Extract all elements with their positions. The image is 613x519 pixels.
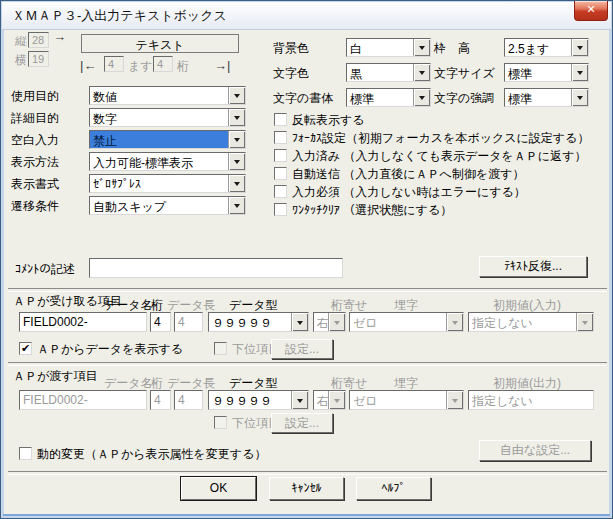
usage-value: 数値 <box>90 87 228 104</box>
dynamic-change-label: 動的変更（ＡＰから表示属性を変更する） <box>37 447 266 461</box>
combo-dropdown-button[interactable] <box>228 175 245 192</box>
combo-dropdown-button <box>446 391 463 409</box>
combo-dropdown-button[interactable] <box>413 64 430 81</box>
display-method-value: 入力可能-標準表示 <box>90 153 228 170</box>
window-frame-accent <box>3 514 610 516</box>
send-section-title: ＡＰが渡す項目 <box>13 369 98 383</box>
receive-digits-field[interactable]: 4 <box>150 312 171 332</box>
combo-dropdown-button <box>446 313 463 331</box>
close-button[interactable]: ✕ <box>574 1 608 21</box>
usage-label: 使用目的 <box>11 89 59 103</box>
combo-dropdown-button[interactable] <box>291 313 308 331</box>
send-fill-value: ゼロ <box>350 391 446 409</box>
combo-dropdown-button[interactable] <box>571 89 588 106</box>
text-size-select[interactable]: 標準 <box>504 63 589 82</box>
text-size-value: 標準 <box>505 64 571 81</box>
left-extent-icon: |← <box>80 58 96 73</box>
separator <box>8 288 607 292</box>
help-button[interactable]: ﾍﾙﾌﾟ <box>356 477 431 500</box>
receive-data-length-field: 4 <box>174 312 203 332</box>
focus-setting-label: ﾌｫｰｶｽ設定（初期フォーカスを本ボックスに設定する） <box>292 131 589 145</box>
ok-button[interactable]: OK <box>181 477 256 500</box>
combo-dropdown-button[interactable] <box>228 131 245 148</box>
transition-select[interactable]: 自動スキップ <box>89 196 246 215</box>
focus-setting-checkbox[interactable] <box>274 131 287 144</box>
chevron-down-icon <box>577 71 583 78</box>
chevron-down-icon <box>234 94 240 101</box>
one-touch-clear-checkbox[interactable] <box>274 203 287 216</box>
emphasis-select[interactable]: 標準 <box>504 88 589 107</box>
display-method-label: 表示方法 <box>11 155 59 169</box>
chevron-down-icon <box>234 182 240 189</box>
send-sub-item-checkbox <box>214 416 227 429</box>
dynamic-change-checkbox[interactable] <box>19 447 32 460</box>
text-color-select[interactable]: 黒 <box>346 63 431 82</box>
close-icon: ✕ <box>586 3 595 15</box>
text-color-label: 文字色 <box>273 66 309 80</box>
send-data-type-select[interactable]: ９９９９９ <box>208 390 309 410</box>
chevron-down-icon <box>334 399 340 406</box>
send-header-digits: 桁 <box>151 376 163 390</box>
input-done-label: 入力済み （入力しなくても表示データをＡＰに返す） <box>292 149 586 163</box>
font-style-select[interactable]: 標準 <box>346 88 431 107</box>
display-format-select[interactable]: ｾﾞﾛｻﾌﾟﾚｽ <box>89 174 246 193</box>
window-title: ＸＭＡＰ３-入出力テキストボックス <box>12 2 227 29</box>
receive-align-value: 右 <box>314 313 328 331</box>
receive-data-type-select[interactable]: ９９９９９ <box>208 312 309 332</box>
combo-dropdown-button <box>576 313 593 331</box>
bg-color-select[interactable]: 白 <box>346 38 431 57</box>
receive-sub-item-checkbox <box>214 342 227 355</box>
chevron-down-icon <box>297 321 303 328</box>
combo-dropdown-button[interactable] <box>228 153 245 170</box>
receive-align-select: 右 <box>313 312 346 332</box>
input-required-label: 入力必須 （入力しない時はエラーにする） <box>292 185 526 199</box>
show-data-checkbox[interactable]: ✔ <box>19 342 32 355</box>
chevron-down-icon <box>419 71 425 78</box>
combo-dropdown-button[interactable] <box>228 87 245 104</box>
reverse-display-checkbox[interactable] <box>274 113 287 126</box>
display-method-select[interactable]: 入力可能-標準表示 <box>89 152 246 171</box>
combo-dropdown-button[interactable] <box>571 39 588 56</box>
chevron-down-icon <box>582 321 588 328</box>
send-data-name-field: FIELD0002- <box>19 390 147 410</box>
chevron-down-icon <box>419 96 425 103</box>
bg-color-value: 白 <box>347 39 413 56</box>
display-format-label: 表示書式 <box>11 177 59 191</box>
receive-fill-select: ゼロ <box>349 312 464 332</box>
cancel-button[interactable]: ｷｬﾝｾﾙ <box>269 477 344 500</box>
font-style-label: 文字の書体 <box>273 91 333 105</box>
combo-dropdown-button[interactable] <box>228 197 245 214</box>
detail-value: 数字 <box>90 109 228 126</box>
title-bar[interactable]: ＸＭＡＰ３-入出力テキストボックス <box>2 2 611 30</box>
frame-height-select[interactable]: 2.5ます <box>504 38 589 57</box>
detail-select[interactable]: 数字 <box>89 108 246 127</box>
send-header-data-length: データ長 <box>167 376 216 390</box>
combo-dropdown-button[interactable] <box>291 391 308 409</box>
input-required-checkbox[interactable] <box>274 185 287 198</box>
frame-height-value: 2.5ます <box>505 39 571 56</box>
blank-input-value: 禁止 <box>90 131 228 148</box>
send-header-align: 桁寄せ <box>331 376 367 390</box>
combo-dropdown-button[interactable] <box>571 64 588 81</box>
transition-value: 自動スキップ <box>90 197 228 214</box>
vertical-label: 縦 <box>15 34 27 48</box>
comment-input[interactable] <box>89 258 343 278</box>
send-fill-select: ゼロ <box>349 390 464 410</box>
chevron-down-icon <box>234 204 240 211</box>
chevron-down-icon <box>452 399 458 406</box>
input-done-checkbox[interactable] <box>274 149 287 162</box>
receive-header-data-name: データ名 <box>104 298 153 312</box>
receive-data-name-field[interactable]: FIELD0002- <box>19 312 147 332</box>
combo-dropdown-button[interactable] <box>413 39 430 56</box>
chevron-down-icon <box>234 160 240 167</box>
chevron-down-icon <box>577 46 583 53</box>
send-data-type-value: ９９９９９ <box>209 391 291 409</box>
auto-send-checkbox[interactable] <box>274 167 287 180</box>
combo-dropdown-button[interactable] <box>228 109 245 126</box>
send-align-select: 右 <box>313 390 346 410</box>
blank-input-select[interactable]: 禁止 <box>89 130 246 149</box>
text-repeat-button[interactable]: ﾃｷｽﾄ反復... <box>479 256 587 277</box>
combo-dropdown-button[interactable] <box>413 89 430 106</box>
dialog-window: ＸＭＡＰ３-入出力テキストボックス ✕ 縦 28 横 19 → テキスト |← … <box>0 0 613 519</box>
usage-select[interactable]: 数値 <box>89 86 246 105</box>
